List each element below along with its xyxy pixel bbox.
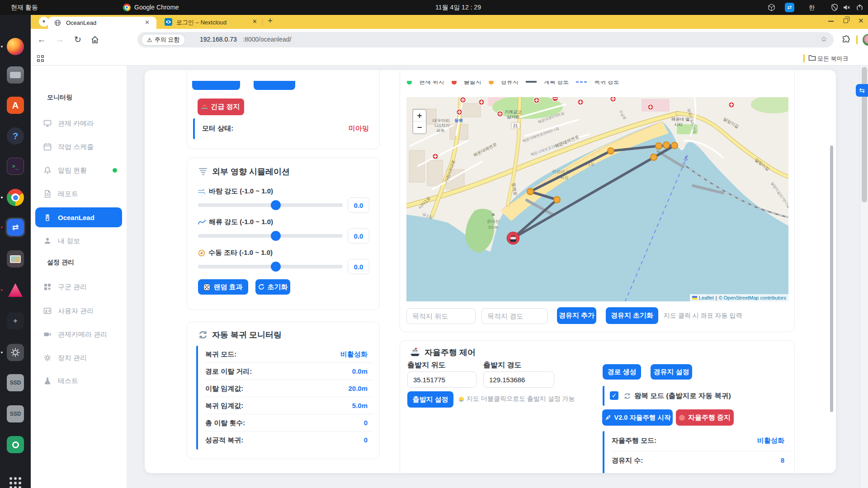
prism-dock-icon[interactable] bbox=[7, 282, 24, 299]
activities-button[interactable]: 현재 활동 bbox=[11, 0, 38, 15]
page-scrollbar-thumb[interactable] bbox=[830, 145, 833, 412]
reset-button[interactable]: 초기화 bbox=[255, 279, 290, 295]
focused-app-name[interactable]: Google Chrome bbox=[134, 0, 179, 15]
gallery-dock-icon[interactable] bbox=[7, 250, 24, 267]
sidebar-item-reports[interactable]: 레포트 bbox=[35, 184, 122, 204]
home-icon[interactable] bbox=[90, 35, 99, 46]
add-waypoint-button[interactable]: 경유지 추가 bbox=[557, 307, 596, 324]
zoom-in-button[interactable]: + bbox=[413, 110, 426, 122]
roundtrip-label[interactable]: 왕복 모드 (출발지로 자동 복귀) bbox=[634, 391, 731, 401]
apps-grid-icon[interactable] bbox=[37, 55, 40, 58]
package-dock-icon[interactable] bbox=[7, 436, 24, 453]
wind-value-box[interactable]: 0.0 bbox=[348, 197, 369, 213]
clock[interactable]: 11월 4일 12 : 29 bbox=[435, 0, 481, 15]
sidebar-item-test[interactable]: 테스트 bbox=[35, 371, 122, 391]
steer-slider[interactable] bbox=[198, 265, 343, 268]
window-close-button[interactable]: ✕ bbox=[858, 17, 864, 25]
site-warning-chip[interactable]: ⚠ 주의 요함 bbox=[141, 34, 185, 46]
reload-icon[interactable]: ↻ bbox=[72, 29, 83, 51]
forward-icon[interactable]: → bbox=[54, 29, 65, 51]
ssd-drive-icon-2[interactable]: SSD bbox=[7, 405, 24, 422]
sidebar-item-alerts[interactable]: 알림 현황 bbox=[35, 160, 122, 180]
stop-autopilot-button[interactable]: 자율주행 중지 bbox=[676, 409, 734, 426]
sidebar-item-camera-mgmt[interactable]: 관제카메라 관리 bbox=[35, 324, 122, 344]
roundtrip-checkbox[interactable]: ✓ bbox=[610, 391, 618, 400]
tray-cube-icon[interactable] bbox=[768, 4, 775, 13]
start-autopilot-button[interactable]: V2.0 자율주행 시작 bbox=[602, 409, 673, 426]
sidebar-item-users[interactable]: 사용자 관리 bbox=[35, 301, 122, 321]
sidebar-item-oceanlead[interactable]: OceanLead bbox=[35, 207, 122, 227]
url-bar[interactable]: ⚠ 주의 요함 192.168.0.73 :8000/oceanlead/ ☆ bbox=[137, 32, 834, 47]
sync-app-dock-icon[interactable]: ⇄ bbox=[7, 219, 24, 236]
current-slider-thumb[interactable] bbox=[271, 231, 281, 241]
clipped-button-2[interactable] bbox=[254, 81, 295, 90]
set-start-button[interactable]: 출발지 설정 bbox=[407, 391, 453, 408]
floating-widget-button[interactable]: ⇆ bbox=[856, 84, 868, 97]
leaflet-link[interactable]: Leaflet bbox=[699, 295, 714, 300]
steer-slider-label: 수동 조타 (-1.0 ~ 1.0) bbox=[208, 249, 273, 257]
wind-slider-thumb[interactable] bbox=[271, 200, 281, 210]
rocket-icon bbox=[604, 414, 611, 421]
window-minimize-button[interactable] bbox=[828, 21, 834, 22]
globe-favicon bbox=[54, 19, 61, 26]
help-dock-icon[interactable]: ? bbox=[7, 127, 24, 145]
dark-tool-dock-icon[interactable]: ✦ bbox=[7, 312, 24, 329]
teamviewer-tray-icon[interactable]: ⇄ bbox=[785, 3, 794, 12]
zoom-out-button[interactable]: − bbox=[413, 122, 426, 133]
sidebar-item-district[interactable]: 구군 관리 bbox=[35, 277, 122, 297]
set-waypoints-button[interactable]: 경유지 설정 bbox=[651, 364, 692, 380]
bookmark-star-icon[interactable]: ☆ bbox=[821, 34, 827, 44]
ime-indicator[interactable]: 한 bbox=[809, 0, 815, 15]
sidebar-item-devices[interactable]: 장치 관리 bbox=[35, 348, 122, 368]
sidebar-item-myinfo[interactable]: 내 정보 bbox=[35, 231, 122, 251]
profile-avatar[interactable] bbox=[863, 34, 868, 46]
wind-slider[interactable] bbox=[198, 203, 343, 207]
osm-link[interactable]: © OpenStreetMap contributors bbox=[719, 295, 786, 300]
clipped-buttons-strip bbox=[192, 81, 310, 90]
chrome-dock-icon[interactable] bbox=[7, 189, 24, 206]
window-restore-button[interactable] bbox=[844, 19, 848, 23]
successful-returns-value: 0 bbox=[364, 436, 368, 444]
terminal-dock-icon[interactable]: >_ bbox=[7, 158, 24, 175]
ssd-drive-icon-1[interactable]: SSD bbox=[7, 374, 24, 391]
files-dock-icon[interactable] bbox=[7, 66, 24, 84]
tab-nextcloud[interactable]: 로그인 – Nextcloud ✕ bbox=[161, 15, 274, 29]
start-lng-input[interactable] bbox=[483, 371, 554, 388]
steer-slider-thumb[interactable] bbox=[271, 262, 281, 272]
firefox-dock-icon[interactable] bbox=[7, 38, 24, 55]
tab-search-chevron[interactable]: ▾ bbox=[39, 17, 49, 27]
emergency-stop-button[interactable]: 긴급 정지 bbox=[198, 99, 244, 115]
ship-marker[interactable] bbox=[507, 232, 519, 244]
tab2-close-icon[interactable]: ✕ bbox=[252, 18, 257, 25]
steer-slider-label-row: 수동 조타 (-1.0 ~ 1.0) bbox=[198, 249, 273, 257]
dice-icon bbox=[203, 284, 210, 291]
svg-text:파트: 파트 bbox=[436, 128, 445, 133]
sidebar-item-schedule[interactable]: 작업 스케줄 bbox=[35, 137, 122, 157]
new-tab-button[interactable]: + bbox=[268, 16, 273, 26]
clear-waypoints-button[interactable]: 경유지 초기화 bbox=[606, 307, 658, 324]
muted-sound-icon[interactable] bbox=[843, 4, 851, 13]
start-lat-input[interactable] bbox=[407, 371, 476, 388]
shield-tray-icon[interactable] bbox=[831, 4, 838, 13]
current-slider[interactable] bbox=[198, 234, 343, 238]
sidebar-item-cameras[interactable]: 관제 카메라 bbox=[35, 113, 122, 133]
tab-close-icon[interactable]: ✕ bbox=[145, 19, 150, 26]
extensions-icon[interactable] bbox=[842, 35, 851, 46]
software-dock-icon[interactable]: A bbox=[7, 97, 24, 114]
steer-value-box[interactable]: 0.0 bbox=[348, 259, 369, 274]
current-value-box[interactable]: 0.0 bbox=[348, 228, 369, 244]
settings-dock-icon[interactable] bbox=[7, 344, 24, 361]
back-icon[interactable]: ← bbox=[36, 29, 47, 51]
leaflet-map[interactable]: 31 기계공고 삼거리 대우마리나1차아파트 동백 해운대해변로 해운대해변로 … bbox=[406, 97, 788, 301]
all-bookmarks-label[interactable]: 모든 북마크 bbox=[817, 55, 849, 63]
return-threshold-label: 복귀 임계값: bbox=[205, 402, 243, 410]
tab-oceanlead[interactable]: OceanLead ✕ bbox=[48, 17, 156, 29]
random-effect-button[interactable]: 랜덤 효과 bbox=[198, 279, 248, 295]
dest-lat-input[interactable] bbox=[406, 308, 476, 324]
power-icon[interactable] bbox=[856, 4, 863, 13]
browser-scrollbar-track[interactable] bbox=[860, 66, 868, 488]
clipped-button-1[interactable] bbox=[192, 81, 240, 90]
show-apps-grid-icon[interactable] bbox=[9, 477, 12, 480]
dest-lng-input[interactable] bbox=[481, 308, 547, 324]
create-route-button[interactable]: 경로 생성 bbox=[603, 364, 641, 380]
